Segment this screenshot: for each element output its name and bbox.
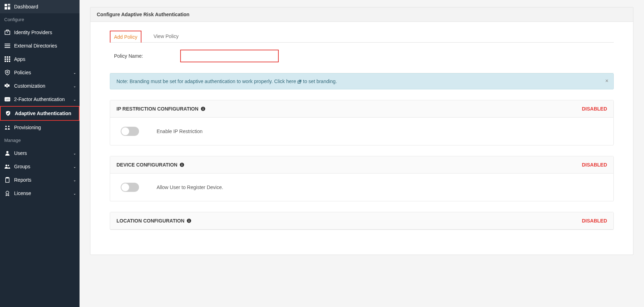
ip-restriction-card: IP RESTRICTION CONFIGURATION DISABLED En… bbox=[110, 100, 614, 145]
svg-rect-41 bbox=[182, 164, 182, 164]
alert-text-before: Branding must be set for adaptive authen… bbox=[128, 79, 286, 84]
tabs: Add Policy View Policy bbox=[110, 31, 614, 43]
user-icon bbox=[4, 150, 11, 156]
policy-name-input[interactable] bbox=[180, 50, 279, 62]
alert-note-label: Note: bbox=[116, 79, 128, 84]
sidebar-item-external-directories[interactable]: External Directories bbox=[0, 39, 80, 52]
svg-point-30 bbox=[6, 165, 7, 167]
device-config-toggle[interactable] bbox=[121, 183, 139, 192]
tab-add-policy[interactable]: Add Policy bbox=[110, 31, 141, 43]
branding-alert: Note: Branding must be set for adaptive … bbox=[110, 73, 614, 89]
device-config-body: Allow User to Register Device. bbox=[110, 174, 613, 201]
sidebar-item-label: Customization bbox=[14, 83, 45, 89]
chevron-down-icon: ⌄ bbox=[73, 71, 76, 75]
tab-view-policy[interactable]: View Policy bbox=[150, 31, 182, 42]
sidebar-item-label: Identity Providers bbox=[14, 30, 52, 35]
svg-point-23 bbox=[6, 83, 8, 85]
sidebar-item-label: Provisioning bbox=[14, 125, 41, 130]
svg-rect-0 bbox=[5, 4, 7, 6]
svg-rect-7 bbox=[7, 32, 8, 33]
sidebar-item-users[interactable]: Users ⌄ bbox=[0, 146, 80, 160]
svg-rect-22 bbox=[7, 84, 10, 87]
svg-point-27 bbox=[5, 126, 7, 127]
svg-rect-16 bbox=[9, 58, 10, 60]
external-link-icon bbox=[297, 80, 302, 84]
sidebar-item-identity-providers[interactable]: Identity Providers bbox=[0, 26, 80, 39]
ip-restriction-header: IP RESTRICTION CONFIGURATION DISABLED bbox=[110, 100, 613, 118]
ip-restriction-title: IP RESTRICTION CONFIGURATION bbox=[116, 106, 198, 112]
sidebar-item-label: Adaptive Authentication bbox=[15, 111, 71, 116]
svg-rect-8 bbox=[5, 44, 10, 44]
svg-rect-44 bbox=[189, 220, 189, 220]
svg-rect-3 bbox=[5, 7, 7, 10]
badge-icon: 123 bbox=[4, 96, 11, 102]
page-title: Configure Adaptive Risk Authentication bbox=[90, 7, 633, 22]
sidebar-item-2factor[interactable]: 123 2-Factor Authentication ⌄ bbox=[0, 93, 80, 106]
svg-rect-21 bbox=[5, 84, 7, 87]
svg-rect-15 bbox=[7, 58, 8, 60]
svg-rect-4 bbox=[8, 7, 10, 10]
sync-users-icon bbox=[4, 124, 11, 131]
svg-point-24 bbox=[6, 86, 8, 88]
svg-rect-33 bbox=[6, 177, 8, 178]
briefcase-icon bbox=[4, 29, 11, 36]
svg-point-20 bbox=[7, 71, 8, 73]
branding-link[interactable]: here bbox=[286, 79, 302, 84]
location-config-status: DISABLED bbox=[582, 218, 607, 224]
sidebar-item-label: Groups bbox=[14, 164, 30, 169]
ip-restriction-toggle-label: Enable IP Restriction bbox=[157, 129, 202, 134]
ip-restriction-body: Enable IP Restriction bbox=[110, 118, 613, 145]
sidebar-item-policies[interactable]: Policies ⌄ bbox=[0, 66, 80, 79]
alert-close-button[interactable]: × bbox=[605, 78, 608, 84]
svg-text:123: 123 bbox=[5, 98, 10, 101]
location-config-card: LOCATION CONFIGURATION DISABLED bbox=[110, 212, 614, 230]
sidebar-item-apps[interactable]: Apps bbox=[0, 52, 80, 66]
svg-point-29 bbox=[6, 151, 8, 153]
svg-rect-32 bbox=[6, 178, 9, 182]
main-content: Configure Adaptive Risk Authentication A… bbox=[80, 0, 644, 307]
chevron-down-icon: ⌄ bbox=[73, 98, 76, 101]
svg-rect-2 bbox=[8, 6, 10, 6]
svg-rect-10 bbox=[5, 47, 10, 48]
sidebar-item-license[interactable]: License ⌄ bbox=[0, 187, 80, 200]
alert-text-after: to set branding. bbox=[302, 79, 337, 84]
device-config-title: DEVICE CONFIGURATION bbox=[116, 162, 177, 168]
sidebar-item-customization[interactable]: Customization ⌄ bbox=[0, 79, 80, 93]
location-config-header: LOCATION CONFIGURATION DISABLED bbox=[110, 212, 613, 230]
device-config-status: DISABLED bbox=[582, 162, 607, 168]
list-icon bbox=[4, 43, 11, 49]
svg-rect-40 bbox=[182, 164, 182, 166]
info-icon[interactable] bbox=[187, 218, 191, 223]
sidebar-section-configure: Configure bbox=[0, 13, 80, 26]
policy-name-row: Policy Name: bbox=[110, 43, 614, 73]
info-icon[interactable] bbox=[201, 106, 206, 111]
shield-check-icon bbox=[5, 110, 11, 117]
device-config-card: DEVICE CONFIGURATION DISABLED Allow User… bbox=[110, 156, 614, 201]
sidebar-item-adaptive-auth[interactable]: Adaptive Authentication bbox=[0, 106, 80, 121]
sidebar: Dashboard Configure Identity Providers E… bbox=[0, 0, 80, 307]
ip-restriction-title-wrap: IP RESTRICTION CONFIGURATION bbox=[116, 106, 206, 112]
svg-rect-17 bbox=[5, 61, 6, 62]
sidebar-item-dashboard[interactable]: Dashboard bbox=[0, 0, 80, 13]
sidebar-section-manage: Manage bbox=[0, 134, 80, 146]
svg-rect-43 bbox=[189, 220, 189, 222]
sidebar-item-label: External Directories bbox=[14, 43, 57, 49]
svg-point-31 bbox=[8, 165, 9, 166]
sidebar-item-reports[interactable]: Reports ⌄ bbox=[0, 173, 80, 187]
sidebar-item-label: Dashboard bbox=[14, 4, 38, 10]
device-config-header: DEVICE CONFIGURATION DISABLED bbox=[110, 156, 613, 174]
ip-restriction-toggle[interactable] bbox=[121, 127, 139, 136]
sidebar-item-groups[interactable]: Groups ⌄ bbox=[0, 160, 80, 173]
svg-rect-11 bbox=[5, 56, 6, 58]
svg-rect-1 bbox=[8, 4, 10, 5]
svg-rect-37 bbox=[203, 108, 203, 110]
device-config-toggle-label: Allow User to Register Device. bbox=[157, 184, 223, 190]
info-icon[interactable] bbox=[179, 162, 184, 167]
sidebar-item-label: 2-Factor Authentication bbox=[14, 96, 65, 102]
grid-icon bbox=[4, 56, 11, 62]
chevron-down-icon: ⌄ bbox=[73, 192, 76, 195]
sidebar-item-label: Reports bbox=[14, 177, 31, 183]
puzzle-icon bbox=[4, 83, 11, 89]
sidebar-item-provisioning[interactable]: Provisioning bbox=[0, 121, 80, 134]
ip-restriction-status: DISABLED bbox=[582, 106, 607, 112]
